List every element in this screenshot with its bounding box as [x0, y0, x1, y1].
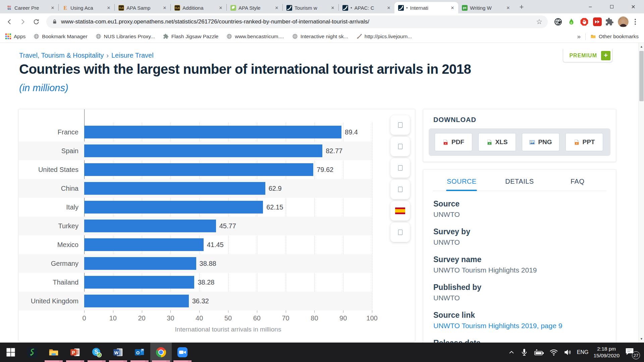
reload-button[interactable]: [30, 16, 42, 28]
chart-tool-button-1[interactable]: [390, 115, 410, 135]
address-bar[interactable]: www-statista-com.eu1.proxy.openathens.ne…: [46, 15, 548, 28]
bookmark-flash-jigsaw-pazzle[interactable]: Flash Jigsaw Pazzle: [163, 34, 218, 40]
tick-mark: [343, 310, 343, 313]
chart-tool-button-3[interactable]: [390, 158, 410, 178]
bar-united-states: [84, 163, 313, 176]
browser-tab-career-pre[interactable]: SUSSCareer Pre✕: [3, 2, 58, 13]
tab-close-icon[interactable]: ✕: [162, 5, 168, 11]
adblock-extension-icon[interactable]: [580, 17, 589, 26]
panel-tab-details[interactable]: DETAILS: [491, 178, 549, 191]
tray-chevron-up-icon[interactable]: [508, 349, 515, 356]
taskbar-s-app-button[interactable]: [21, 343, 43, 362]
tab-close-icon[interactable]: ✕: [50, 5, 56, 11]
scrollbar-thumb[interactable]: [639, 51, 644, 101]
battery-icon[interactable]: [534, 348, 544, 357]
volume-icon[interactable]: [563, 348, 572, 357]
chart-tool-button-5[interactable]: [390, 201, 410, 221]
tab-close-icon[interactable]: ✕: [330, 5, 336, 11]
bookmark-label: www.bencastricum....: [235, 34, 284, 40]
taskbar-powerpoint-button[interactable]: P: [64, 343, 86, 362]
page-scrollbar[interactable]: ▲ ▼: [638, 43, 644, 343]
tab-label: APAC: C: [355, 5, 383, 11]
taskbar-start-button[interactable]: [0, 343, 21, 362]
download-png-button[interactable]: PNG: [522, 133, 559, 151]
tab-close-icon[interactable]: ✕: [449, 5, 455, 11]
chart-tool-button-6[interactable]: [390, 223, 410, 242]
running-indicator: [45, 360, 63, 362]
tab-close-icon[interactable]: ✕: [274, 5, 280, 11]
browser-tab-internati[interactable]: •Internati✕: [394, 2, 458, 13]
bookmarks-items: AppsBookmark ManagerNUS Libraries Proxy.…: [5, 34, 412, 40]
download-xls-button[interactable]: XXLS: [478, 133, 516, 151]
taskbar-word-button[interactable]: W: [107, 343, 129, 362]
download-button-label: PPT: [583, 138, 595, 146]
new-tab-button[interactable]: +: [517, 2, 527, 12]
fastforward-extension-icon[interactable]: [593, 17, 602, 26]
scrollbar-up-arrow[interactable]: ▲: [639, 44, 644, 50]
back-button[interactable]: [3, 16, 15, 28]
world-extension-icon[interactable]: [554, 17, 562, 26]
taskbar-zoom-button[interactable]: [172, 343, 193, 362]
tab-close-icon[interactable]: ✕: [505, 5, 511, 11]
endnote-icon: E: [62, 5, 68, 11]
profile-avatar[interactable]: [618, 16, 629, 27]
browser-tab-additiona[interactable]: CLAAdditiona✕: [171, 2, 226, 13]
premium-badge[interactable]: PREMIUM +: [563, 49, 612, 62]
forward-button[interactable]: [17, 16, 29, 28]
bookmark-star-icon[interactable]: ☆: [536, 18, 542, 26]
chart-tool-button-2[interactable]: [390, 137, 410, 156]
breadcrumb-subsection-link[interactable]: Leisure Travel: [111, 52, 154, 59]
wifi-icon[interactable]: [549, 348, 558, 357]
browser-tab-apac-c[interactable]: •APAC: C✕: [339, 2, 394, 13]
download-ppt-button[interactable]: PPPT: [566, 133, 603, 151]
tick-label: 0: [82, 314, 86, 322]
taskbar-chrome-button[interactable]: [150, 343, 172, 362]
word-icon: W: [113, 347, 123, 357]
tab-close-icon[interactable]: ✕: [106, 5, 112, 11]
bookmarks-overflow-chevron[interactable]: »: [577, 33, 581, 40]
download-pdf-button[interactable]: APDF: [435, 133, 472, 151]
browser-tab-apa-samp[interactable]: CLAAPA Samp✕: [115, 2, 170, 13]
browser-tab-tourism-w[interactable]: Tourism w✕: [283, 2, 338, 13]
flame-extension-icon[interactable]: [567, 17, 576, 26]
notification-center-button[interactable]: 27: [625, 347, 639, 358]
tab-close-icon[interactable]: ✕: [218, 5, 224, 11]
bookmark-http-pics-livejourn[interactable]: http://pics.livejourn...: [356, 34, 412, 40]
panel-tab-faq[interactable]: FAQ: [548, 178, 606, 191]
bookmark-bookmark-manager[interactable]: Bookmark Manager: [34, 34, 87, 40]
browser-menu-button[interactable]: [631, 17, 639, 27]
tab-label: APA Style: [238, 5, 271, 11]
url-text[interactable]: www-statista-com.eu1.proxy.openathens.ne…: [61, 18, 530, 25]
chart-tool-button-4[interactable]: [390, 180, 410, 199]
tab-close-icon[interactable]: ✕: [386, 5, 392, 11]
category-label: Spain: [19, 141, 78, 160]
language-indicator[interactable]: ENG: [577, 349, 589, 355]
browser-tab-using-aca[interactable]: EUsing Aca✕: [59, 2, 114, 13]
tick-label: 50: [224, 314, 232, 322]
taskbar-skype-button[interactable]: S: [86, 343, 107, 362]
premium-label: PREMIUM: [569, 53, 597, 59]
bookmark-nus-libraries-proxy[interactable]: NUS Libraries Proxy...: [96, 34, 155, 40]
extensions-puzzle-icon[interactable]: [605, 17, 614, 26]
bookmark-interactive-night-sk[interactable]: Interactive night sk...: [292, 34, 348, 40]
bar-germany: [84, 257, 196, 270]
panel-tab-source[interactable]: SOURCE: [433, 178, 491, 191]
browser-tab-writing-w[interactable]: pxWriting W✕: [458, 2, 514, 13]
clock[interactable]: 2:18 pm 15/09/2020: [593, 346, 620, 359]
bookmark-apps[interactable]: Apps: [5, 34, 25, 40]
taskbar-file-explorer-button[interactable]: [43, 343, 64, 362]
bookmark-www-bencastricum[interactable]: www.bencastricum....: [226, 34, 284, 40]
other-bookmarks-button[interactable]: Other bookmarks: [590, 34, 639, 40]
breadcrumb-section-link[interactable]: Travel, Tourism & Hospitality: [19, 52, 104, 59]
minimize-button[interactable]: –: [580, 0, 601, 13]
download-title: DOWNLOAD: [433, 116, 616, 124]
browser-tab-apa-style[interactable]: APA Style✕: [227, 2, 282, 13]
tick-label: 80: [311, 314, 318, 322]
scrollbar-down-arrow[interactable]: ▼: [639, 336, 644, 342]
microphone-icon[interactable]: [520, 348, 529, 357]
close-window-button[interactable]: ✕: [623, 0, 644, 13]
value-label: 62.15: [266, 198, 283, 217]
taskbar-outlook-button[interactable]: O: [129, 343, 150, 362]
source-link[interactable]: UNWTO Tourism Highlights 2019, page 9: [433, 321, 606, 330]
restore-button[interactable]: [601, 0, 623, 13]
